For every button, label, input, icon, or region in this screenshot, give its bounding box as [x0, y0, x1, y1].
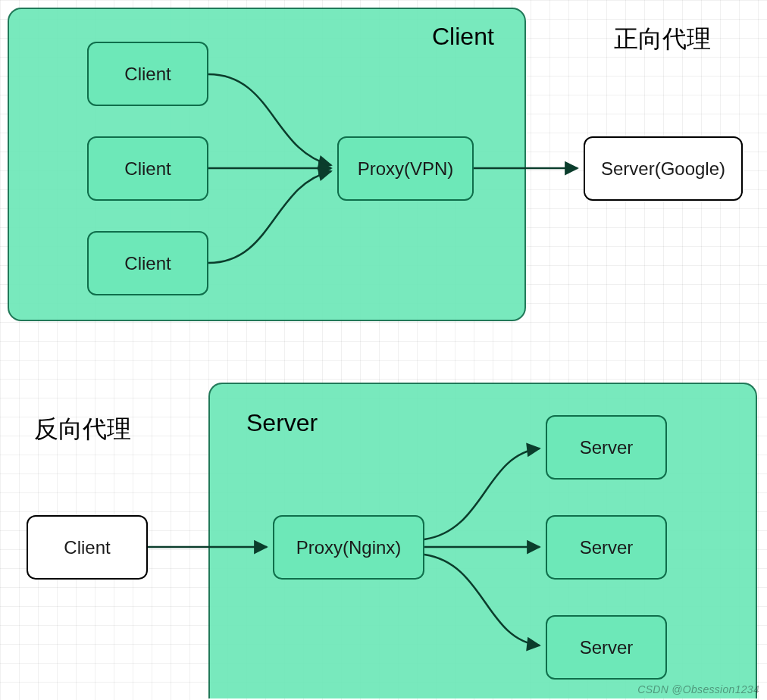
node-client-3: Client	[87, 231, 208, 295]
watermark: CSDN @Obsession1234	[637, 683, 759, 695]
node-proxy-vpn-label: Proxy(VPN)	[358, 158, 454, 180]
node-server-2: Server	[546, 515, 667, 580]
node-client-2-label: Client	[124, 158, 171, 180]
node-client-bottom: Client	[27, 515, 148, 580]
node-proxy-vpn: Proxy(VPN)	[337, 136, 474, 201]
diagram-canvas: Client 正向代理 Client Client Client Proxy(V…	[0, 0, 767, 700]
node-server-2-label: Server	[580, 537, 634, 558]
node-client-bottom-label: Client	[64, 537, 110, 558]
region-client-label: Client	[432, 23, 494, 51]
title-reverse-proxy: 反向代理	[34, 413, 131, 446]
node-server-google-label: Server(Google)	[601, 158, 725, 180]
node-proxy-nginx: Proxy(Nginx)	[273, 515, 424, 580]
node-server-google: Server(Google)	[584, 136, 743, 201]
node-server-3: Server	[546, 615, 667, 680]
node-client-3-label: Client	[124, 253, 171, 274]
node-server-1: Server	[546, 415, 667, 480]
node-client-2: Client	[87, 136, 208, 201]
node-proxy-nginx-label: Proxy(Nginx)	[296, 537, 402, 558]
node-server-3-label: Server	[580, 637, 634, 658]
node-client-1-label: Client	[124, 64, 171, 85]
region-server-label: Server	[246, 409, 318, 437]
node-client-1: Client	[87, 42, 208, 106]
node-server-1-label: Server	[580, 437, 634, 458]
title-forward-proxy: 正向代理	[614, 23, 711, 56]
